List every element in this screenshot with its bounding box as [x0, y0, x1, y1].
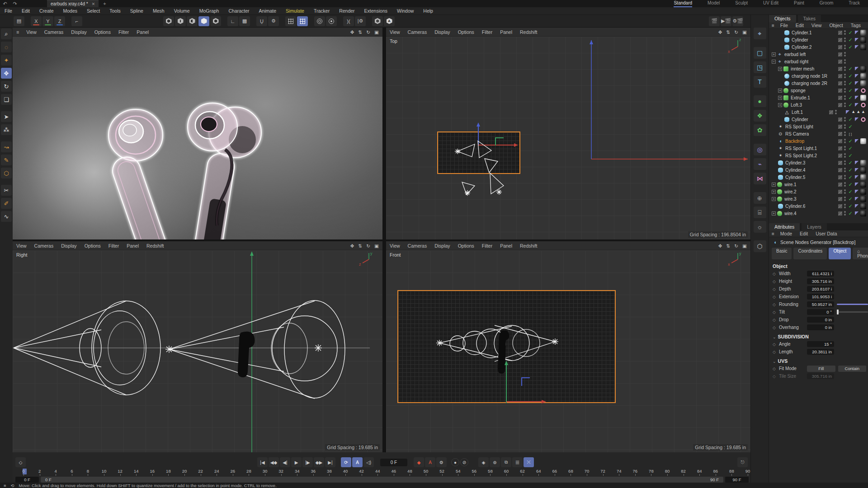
- viewport-top-content[interactable]: Top: [386, 37, 750, 239]
- enable-check-icon[interactable]: ✓: [848, 138, 853, 144]
- workplane-icon[interactable]: ▩: [239, 16, 250, 26]
- edit-toggle[interactable]: [838, 197, 842, 201]
- mode-tab-basic[interactable]: Basic: [772, 248, 792, 259]
- record-pla-icon[interactable]: ⧉: [501, 457, 511, 467]
- menu-item-character[interactable]: Character: [228, 8, 249, 14]
- menu-item-create[interactable]: Create: [39, 8, 54, 14]
- expander-icon[interactable]: +: [778, 89, 782, 93]
- viewport-right[interactable]: ViewCamerasDisplayOptionsFilterPanelReds…: [13, 241, 382, 452]
- keyframe-settings-icon[interactable]: ⚙: [436, 457, 447, 467]
- key-list-icon[interactable]: ☰: [512, 457, 523, 467]
- axis-workplane-icon[interactable]: ⌐: [71, 16, 82, 26]
- enable-check-icon[interactable]: ✓: [848, 203, 853, 209]
- object-row[interactable]: +innter mesh✓: [769, 65, 868, 72]
- menu-item-mograph[interactable]: MoGraph: [199, 8, 219, 14]
- expander-icon[interactable]: +: [772, 197, 776, 201]
- menu-item-panel[interactable]: Panel: [500, 29, 512, 35]
- orbit-icon[interactable]: ↻: [366, 29, 370, 35]
- key-dot-icon[interactable]: ◇: [773, 325, 776, 330]
- edit-toggle[interactable]: [838, 125, 842, 129]
- edit-toggle[interactable]: [838, 89, 842, 93]
- attribute-value-field[interactable]: 203.8107 i: [807, 286, 834, 292]
- new-tab-icon[interactable]: +: [103, 1, 106, 6]
- sketch-tool-icon[interactable]: ✎: [1, 155, 12, 165]
- menu-item-view[interactable]: View: [390, 243, 400, 249]
- next-key-icon[interactable]: ◆▶: [314, 457, 324, 467]
- range-end-field[interactable]: 90 F: [725, 477, 749, 483]
- document-tab[interactable]: earbuds xray.c4d * ✕: [47, 0, 99, 7]
- edit-toggle[interactable]: [838, 146, 842, 150]
- menu-item-cameras[interactable]: Cameras: [408, 243, 427, 249]
- attribute-value-field[interactable]: 15 °: [807, 341, 834, 347]
- key-dot-icon[interactable]: ◇: [773, 272, 776, 276]
- spline-pen-tool-icon[interactable]: ↝: [1, 141, 12, 152]
- enable-check-icon[interactable]: ✓: [848, 95, 853, 101]
- menu-item-help[interactable]: Help: [423, 8, 433, 14]
- menu-item-options[interactable]: Options: [94, 29, 111, 35]
- edit-toggle[interactable]: [838, 38, 842, 42]
- prev-key-icon[interactable]: ◀◆: [269, 457, 279, 467]
- key-dot-icon[interactable]: ◇: [773, 350, 776, 354]
- axis-lock-z[interactable]: Z: [54, 16, 65, 26]
- fit-mode-contain-button[interactable]: Contain: [838, 366, 867, 372]
- record-keyframe-icon[interactable]: ◆: [414, 457, 424, 467]
- deformer-icon[interactable]: ✿: [754, 124, 766, 136]
- enable-check-icon[interactable]: ✓: [848, 124, 853, 130]
- menu-item-display[interactable]: Display: [71, 29, 86, 35]
- menu-item-view[interactable]: View: [16, 243, 27, 249]
- menu-item-cameras[interactable]: Cameras: [34, 243, 54, 249]
- menu-item-display[interactable]: Display: [434, 243, 450, 249]
- visibility-dots[interactable]: [844, 74, 846, 78]
- key-dot-icon[interactable]: ◇: [773, 318, 776, 322]
- field-icon[interactable]: ◎: [754, 144, 766, 155]
- pan-hand-icon[interactable]: ✥: [350, 29, 354, 35]
- hamburger-icon[interactable]: ≡: [16, 29, 19, 35]
- enable-check-icon[interactable]: ✓: [848, 196, 853, 202]
- menu-item-modes[interactable]: Modes: [63, 8, 78, 14]
- visibility-dots[interactable]: [844, 66, 846, 71]
- attributes-tab-attributes[interactable]: Attributes: [769, 223, 800, 230]
- object-row[interactable]: +Extrude.1✓: [769, 94, 868, 101]
- menu-item-view[interactable]: View: [26, 29, 37, 35]
- menu-item-filter[interactable]: Filter: [118, 29, 129, 35]
- menu-item-redshift[interactable]: Redshift: [520, 29, 538, 35]
- menu-item-tracker[interactable]: Tracker: [314, 8, 330, 14]
- edit-toggle[interactable]: [838, 183, 842, 187]
- orbit-icon[interactable]: ↻: [734, 29, 738, 35]
- quantize-grid-icon[interactable]: [285, 16, 296, 26]
- attribute-slider[interactable]: [837, 311, 868, 313]
- menu-item-select[interactable]: Select: [87, 8, 100, 14]
- edit-toggle[interactable]: [838, 74, 842, 78]
- hamburger-icon[interactable]: ≡: [4, 483, 6, 488]
- enable-check-icon[interactable]: ✓: [848, 160, 853, 166]
- keyframe-tool-icon[interactable]: ◇: [15, 457, 26, 467]
- visibility-dots[interactable]: [844, 117, 846, 122]
- render-region-icon[interactable]: [326, 16, 337, 26]
- enable-check-icon[interactable]: ✓: [848, 44, 853, 50]
- menu-item-filter[interactable]: Filter: [482, 243, 492, 249]
- cube-primitive-icon[interactable]: ◳: [754, 61, 766, 73]
- menu-item-tools[interactable]: Tools: [109, 8, 121, 14]
- add-null-icon[interactable]: ⌖: [754, 28, 766, 39]
- axis-modifier-icon[interactable]: ⌁: [754, 158, 766, 170]
- object-row[interactable]: Cylinder.4✓: [769, 166, 868, 174]
- redo-icon[interactable]: ↷: [10, 1, 20, 7]
- menu-item-options[interactable]: Options: [458, 243, 474, 249]
- visibility-dots[interactable]: [844, 160, 846, 165]
- enable-check-icon[interactable]: ✓: [848, 73, 853, 79]
- curve-editor-icon[interactable]: ⎋: [737, 457, 748, 467]
- orbit-icon[interactable]: ↻: [734, 243, 738, 249]
- tweak-tool-icon[interactable]: ✦: [1, 55, 12, 66]
- key-dot-icon[interactable]: ◇: [773, 302, 776, 307]
- visibility-dots[interactable]: [835, 110, 837, 114]
- hamburger-icon[interactable]: ≡: [772, 231, 774, 236]
- menu-item-spline[interactable]: Spline: [130, 8, 143, 14]
- visibility-dots[interactable]: [844, 139, 846, 143]
- dolly-icon[interactable]: ⇅: [726, 29, 730, 35]
- solo-all-icon[interactable]: A: [384, 16, 395, 26]
- layout-tab-model[interactable]: Model: [708, 0, 720, 7]
- layout-tab-groom[interactable]: Groom: [820, 0, 834, 7]
- record-rotation-icon[interactable]: ◈: [478, 457, 489, 467]
- sound-icon[interactable]: ◁): [363, 457, 374, 467]
- menu-item-cameras[interactable]: Cameras: [44, 29, 64, 35]
